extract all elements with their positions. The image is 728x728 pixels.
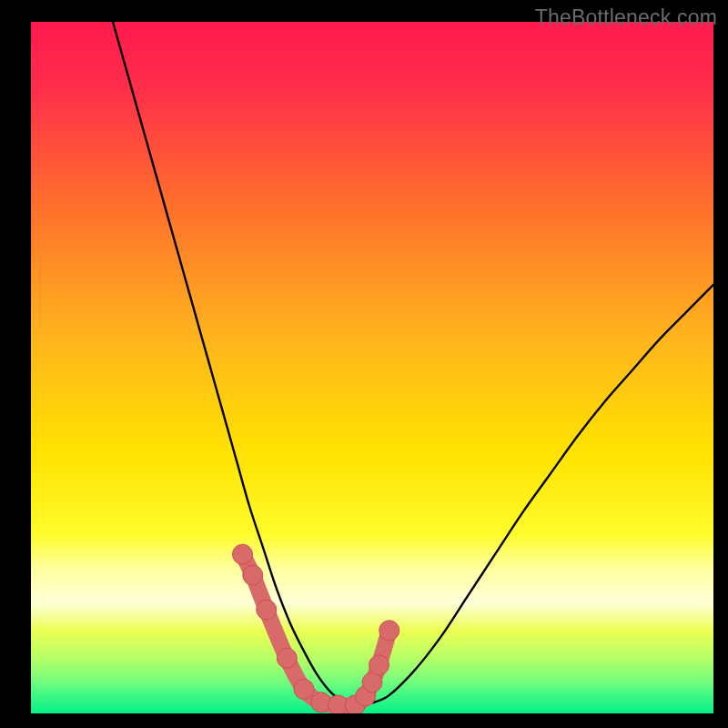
marker-dot bbox=[294, 679, 314, 699]
curve-layer bbox=[31, 22, 713, 713]
plot-area bbox=[31, 22, 713, 713]
marker-dot bbox=[243, 565, 263, 585]
chart-frame: TheBottleneck.com bbox=[0, 0, 728, 728]
marker-dot bbox=[379, 621, 399, 641]
bottleneck-curve bbox=[113, 22, 713, 705]
marker-dot bbox=[233, 544, 253, 564]
highlight-markers bbox=[233, 544, 399, 713]
marker-dot bbox=[277, 648, 297, 668]
watermark-text: TheBottleneck.com bbox=[535, 5, 717, 30]
marker-dot bbox=[257, 600, 277, 620]
marker-dot bbox=[369, 655, 389, 675]
